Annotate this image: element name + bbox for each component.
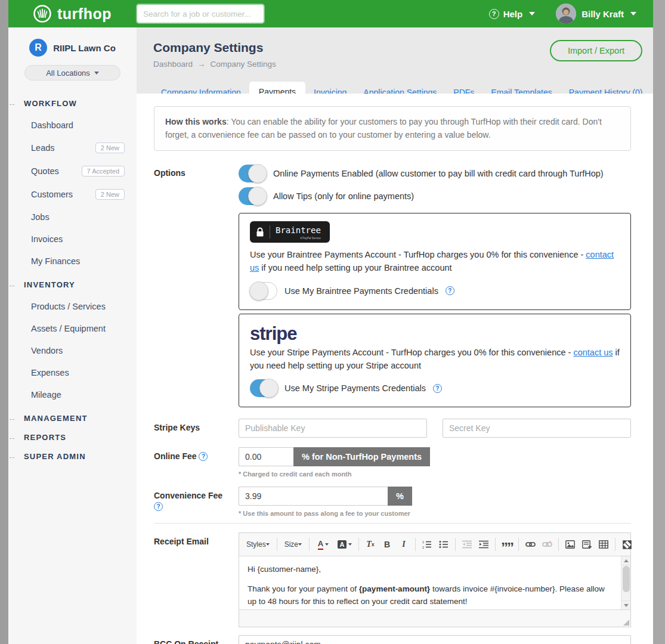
scroll-down-icon[interactable]: [621, 600, 631, 609]
company-switcher[interactable]: R RIIPL Lawn Co: [8, 27, 137, 57]
section-dash-icon: --: [8, 415, 24, 422]
online-payments-toggle[interactable]: [239, 165, 266, 182]
stripe-toggle-label: Use My Stripe Payments Credentials: [284, 383, 426, 393]
size-dropdown[interactable]: Size: [281, 538, 305, 551]
ordered-list-button[interactable]: 12: [419, 537, 435, 552]
online-fee-input[interactable]: [239, 447, 293, 466]
publishable-key-input[interactable]: [239, 419, 427, 438]
stripe-credentials-toggle[interactable]: [250, 379, 277, 397]
scroll-up-icon[interactable]: [621, 556, 631, 565]
locations-dropdown[interactable]: All Locations: [24, 65, 120, 80]
leads-badge: 2 New: [95, 143, 125, 153]
text-color-button[interactable]: A: [313, 537, 333, 552]
styles-dropdown[interactable]: Styles: [243, 538, 273, 551]
sidebar-item-products-services[interactable]: Products / Services: [8, 302, 137, 311]
options-label: Options: [154, 164, 239, 209]
app-window: turfhop ? Help Billy Kraft: [8, 0, 653, 644]
global-search-input[interactable]: [137, 5, 264, 23]
braintree-provider-box: Braintree A PayPal Service Use your Brai…: [239, 213, 631, 310]
sidebar-item-vendors[interactable]: Vendors: [8, 346, 137, 355]
resize-handle[interactable]: [623, 620, 629, 626]
indent-button[interactable]: [476, 537, 491, 552]
brand-logo[interactable]: turfhop: [32, 4, 112, 24]
logo-divider: [270, 225, 270, 239]
online-payments-toggle-label: Online Payments Enabled (allow customer …: [273, 169, 604, 178]
sidebar-section-super-admin[interactable]: -- SUPER ADMIN: [8, 452, 137, 461]
receipt-email-label: Receipt Email: [154, 532, 239, 627]
online-fee-note: * Charged to credit card each month: [239, 470, 631, 478]
sidebar-item-dashboard[interactable]: Dashboard: [8, 120, 137, 130]
breadcrumb-dashboard[interactable]: Dashboard: [153, 60, 193, 69]
section-dash-icon: --: [8, 100, 24, 107]
stripe-keys-label: Stripe Keys: [154, 419, 239, 438]
sidebar-item-invoices[interactable]: Invoices: [8, 234, 137, 244]
remove-format-button[interactable]: Tx: [363, 537, 378, 552]
online-fee-help-icon[interactable]: ?: [199, 452, 208, 461]
unlink-button[interactable]: [539, 537, 555, 552]
window-right-gutter[interactable]: [653, 0, 665, 644]
online-fee-addon: % for Non-TurfHop Payments: [293, 447, 430, 466]
chevron-down-icon: [94, 72, 99, 75]
sidebar-item-expenses[interactable]: Expenses: [8, 368, 137, 377]
convenience-fee-addon: %: [388, 487, 412, 506]
secret-key-input[interactable]: [443, 419, 631, 438]
sidebar-item-customers[interactable]: Customers 2 New: [8, 189, 137, 200]
unordered-list-button[interactable]: [436, 537, 451, 552]
stripe-contact-us-link[interactable]: contact us: [573, 348, 613, 357]
breadcrumb-arrow-icon: →: [197, 60, 206, 69]
svg-text:1: 1: [422, 540, 424, 544]
background-color-button[interactable]: A: [335, 537, 355, 552]
quotes-badge: 7 Accepted: [82, 166, 125, 177]
receipt-email-body[interactable]: Hi {customer-name}, Thank you for your p…: [239, 556, 621, 609]
customers-badge: 2 New: [95, 189, 125, 200]
convenience-fee-input[interactable]: [239, 487, 388, 506]
bcc-on-receipt-input[interactable]: [239, 635, 631, 644]
sidebar-section-reports[interactable]: -- REPORTS: [8, 433, 137, 442]
section-dash-icon: --: [8, 453, 24, 460]
sidebar-section-inventory[interactable]: -- INVENTORY: [8, 280, 137, 289]
help-label: Help: [503, 9, 523, 19]
brand-name: turfhop: [57, 5, 112, 23]
braintree-logo: Braintree A PayPal Service: [250, 221, 330, 243]
sidebar-section-workflow[interactable]: -- WORKFLOW: [8, 99, 137, 108]
stripe-help-icon[interactable]: ?: [433, 384, 442, 393]
top-navbar: turfhop ? Help Billy Kraft: [8, 0, 653, 27]
convenience-fee-help-icon[interactable]: ?: [154, 502, 163, 511]
user-menu[interactable]: Billy Kraft: [582, 9, 636, 19]
sidebar: R RIIPL Lawn Co All Locations -- WORKFLO…: [8, 27, 137, 644]
user-avatar[interactable]: [556, 4, 576, 24]
section-divider: [154, 523, 631, 524]
maximize-button[interactable]: [619, 537, 635, 552]
import-export-button[interactable]: Import / Export: [550, 40, 642, 61]
sidebar-item-my-finances[interactable]: My Finances: [8, 256, 137, 266]
bcc-on-receipt-label: BCC On Receipt: [154, 635, 239, 644]
editor-scrollbar[interactable]: [621, 556, 630, 609]
image-button[interactable]: [562, 537, 578, 552]
sidebar-item-leads[interactable]: Leads 2 New: [8, 143, 137, 153]
editor-toolbar: Styles Size A A: [239, 533, 630, 556]
braintree-credentials-toggle[interactable]: [250, 282, 277, 300]
link-button[interactable]: [522, 537, 538, 552]
help-menu[interactable]: ? Help: [489, 9, 536, 19]
sidebar-item-jobs[interactable]: Jobs: [8, 212, 137, 222]
avatar-photo: [556, 4, 576, 24]
company-name: RIIPL Lawn Co: [53, 43, 116, 53]
braintree-help-icon[interactable]: ?: [446, 286, 454, 295]
braintree-toggle-label: Use My Braintree Payments Credentials: [284, 286, 438, 296]
how-this-works-note: How this works: You can enable the abili…: [154, 106, 631, 151]
italic-button[interactable]: I: [396, 537, 412, 552]
sidebar-item-quotes[interactable]: Quotes 7 Accepted: [8, 166, 137, 177]
blockquote-button[interactable]: ””: [499, 537, 515, 552]
convenience-fee-label: Convenience Fee: [154, 491, 222, 500]
sidebar-item-mileage[interactable]: Mileage: [8, 390, 137, 400]
editor-status-bar: [239, 609, 630, 627]
outdent-button[interactable]: [459, 537, 475, 552]
table-button[interactable]: [596, 537, 611, 552]
stripe-description: Use your Stripe Payments Account - TurfH…: [250, 346, 620, 373]
scrollbar-thumb[interactable]: [623, 566, 630, 592]
sidebar-item-assets-equipment[interactable]: Assets / Equipment: [8, 324, 137, 333]
insert-template-button[interactable]: [579, 537, 595, 552]
sidebar-section-management[interactable]: -- MANAGEMENT: [8, 414, 137, 423]
bold-button[interactable]: B: [379, 537, 395, 552]
allow-tips-toggle[interactable]: [239, 187, 266, 205]
